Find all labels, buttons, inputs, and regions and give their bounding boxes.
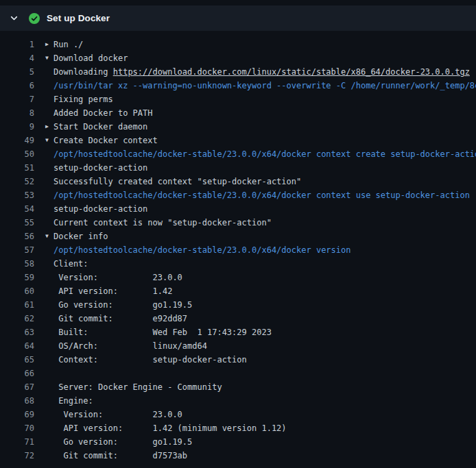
log-plain-text: Client: (53, 259, 88, 269)
log-plain-text: Go version: go1.19.5 (53, 437, 192, 447)
log-line: 4▼Download docker (0, 51, 476, 65)
line-number[interactable]: 64 (0, 341, 34, 351)
log-link[interactable]: https://download.docker.com/linux/static… (113, 67, 470, 77)
step-header[interactable]: Set up Docker (0, 5, 476, 31)
log-line: 56▼Docker info (0, 230, 476, 243)
log-plain-text: Start Docker daemon (53, 122, 147, 132)
line-number[interactable]: 57 (0, 245, 34, 255)
log-text: setup-docker-action (53, 204, 147, 214)
log-line: 53/opt/hostedtoolcache/docker-stable/23.… (0, 188, 476, 202)
log-line: 55Current context is now "setup-docker-a… (0, 216, 476, 230)
line-number[interactable]: 4 (0, 53, 34, 63)
step-title: Set up Docker (47, 13, 110, 23)
log-line: 8Added Docker to PATH (0, 106, 476, 120)
log-text: Docker info (53, 232, 108, 241)
line-number[interactable]: 56 (0, 232, 34, 241)
line-number[interactable]: 54 (0, 204, 34, 214)
log-plain-text: Context: setup-docker-action (53, 355, 247, 365)
line-number[interactable]: 65 (0, 355, 34, 365)
log-text: Context: setup-docker-action (53, 355, 247, 365)
log-plain-text: Successfully created context "setup-dock… (53, 177, 301, 186)
collapse-group-arrow-icon[interactable]: ▼ (45, 51, 53, 65)
log-text: setup-docker-action (53, 163, 147, 173)
expand-group-arrow-icon[interactable]: ▶ (45, 120, 53, 134)
line-number[interactable]: 66 (0, 369, 34, 378)
line-number[interactable]: 68 (0, 396, 34, 406)
log-plain-text: Version: 23.0.0 (53, 273, 182, 282)
expand-group-arrow-icon[interactable]: ▶ (45, 38, 53, 51)
log-plain-text: setup-docker-action (53, 204, 147, 214)
log-text: Version: 23.0.0 (53, 410, 182, 419)
log-plain-text: Downloading (53, 67, 113, 77)
log-line: 58Client: (0, 257, 476, 271)
chevron-down-icon[interactable] (9, 14, 19, 23)
log-line: 71 Go version: go1.19.5 (0, 435, 476, 449)
workflow-log-page: Set up Docker 1▶Run ./4▼Download docker5… (0, 5, 476, 468)
log-plain-text: Server: Docker Engine - Community (53, 382, 222, 392)
log-plain-text: OS/Arch: linux/amd64 (53, 341, 207, 351)
log-text: Fixing perms (53, 95, 113, 104)
line-number[interactable]: 58 (0, 259, 34, 269)
line-number[interactable]: 63 (0, 328, 34, 337)
line-number[interactable]: 6 (0, 81, 34, 90)
success-check-icon (29, 13, 40, 24)
log-plain-text: Git commit: d7573ab (53, 451, 187, 460)
log-line: 49▼Create Docker context (0, 134, 476, 147)
log-text: Git commit: e92dd87 (53, 314, 187, 323)
line-number[interactable]: 9 (0, 122, 34, 132)
log-plain-text: Current context is now "setup-docker-act… (53, 218, 272, 227)
line-number[interactable]: 52 (0, 177, 34, 186)
log-text: /usr/bin/tar xz --warning=no-unknown-key… (53, 81, 476, 90)
collapse-group-arrow-icon[interactable]: ▼ (45, 134, 53, 147)
log-command-text: /opt/hostedtoolcache/docker-stable/23.0.… (53, 190, 470, 200)
log-line: 52Successfully created context "setup-do… (0, 175, 476, 188)
line-number[interactable]: 50 (0, 149, 34, 159)
log-text: API version: 1.42 (minimum version 1.12) (53, 423, 287, 433)
line-number[interactable]: 72 (0, 451, 34, 460)
log-line: 61 Go version: go1.19.5 (0, 298, 476, 312)
line-number[interactable]: 7 (0, 95, 34, 104)
line-number[interactable]: 53 (0, 190, 34, 200)
log-line: 59 Version: 23.0.0 (0, 271, 476, 284)
log-line: 51setup-docker-action (0, 161, 476, 175)
collapse-group-arrow-icon[interactable]: ▼ (45, 230, 53, 243)
log-text: Download docker (53, 53, 128, 63)
log-command-text: /usr/bin/tar xz --warning=no-unknown-key… (53, 81, 476, 90)
line-number[interactable]: 8 (0, 108, 34, 118)
log-text: Create Docker context (53, 136, 158, 145)
line-number[interactable]: 5 (0, 67, 34, 77)
log-line: 70 API version: 1.42 (minimum version 1.… (0, 421, 476, 435)
log-line: 54setup-docker-action (0, 202, 476, 216)
log-line: 50/opt/hostedtoolcache/docker-stable/23.… (0, 147, 476, 161)
log-command-text: /opt/hostedtoolcache/docker-stable/23.0.… (53, 245, 350, 255)
log-plain-text: API version: 1.42 (53, 286, 172, 296)
line-number[interactable]: 1 (0, 40, 34, 49)
log-line: 60 API version: 1.42 (0, 284, 476, 298)
log-text: /opt/hostedtoolcache/docker-stable/23.0.… (53, 245, 350, 255)
log-plain-text: Added Docker to PATH (53, 108, 153, 118)
log-line: 62 Git commit: e92dd87 (0, 312, 476, 325)
log-text: Version: 23.0.0 (53, 273, 182, 282)
log-text: Added Docker to PATH (53, 108, 153, 118)
log-plain-text: Docker info (53, 232, 108, 241)
log-text: API version: 1.42 (53, 286, 172, 296)
line-number[interactable]: 62 (0, 314, 34, 323)
line-number[interactable]: 71 (0, 437, 34, 447)
line-number[interactable]: 60 (0, 286, 34, 296)
log-line: 57/opt/hostedtoolcache/docker-stable/23.… (0, 243, 476, 257)
line-number[interactable]: 61 (0, 300, 34, 310)
line-number[interactable]: 51 (0, 163, 34, 173)
line-number[interactable]: 49 (0, 136, 34, 145)
line-number[interactable]: 69 (0, 410, 34, 419)
line-number[interactable]: 55 (0, 218, 34, 227)
log-line: 63 Built: Wed Feb 1 17:43:29 2023 (0, 325, 476, 339)
line-number[interactable]: 70 (0, 423, 34, 433)
log-container: 1▶Run ./4▼Download docker5Downloading ht… (0, 31, 476, 463)
log-plain-text: setup-docker-action (53, 163, 147, 173)
log-text: /opt/hostedtoolcache/docker-stable/23.0.… (53, 149, 476, 159)
log-plain-text: API version: 1.42 (minimum version 1.12) (53, 423, 287, 433)
line-number[interactable]: 67 (0, 382, 34, 392)
line-number[interactable]: 59 (0, 273, 34, 282)
log-text: Current context is now "setup-docker-act… (53, 218, 272, 227)
log-text: Server: Docker Engine - Community (53, 382, 222, 392)
